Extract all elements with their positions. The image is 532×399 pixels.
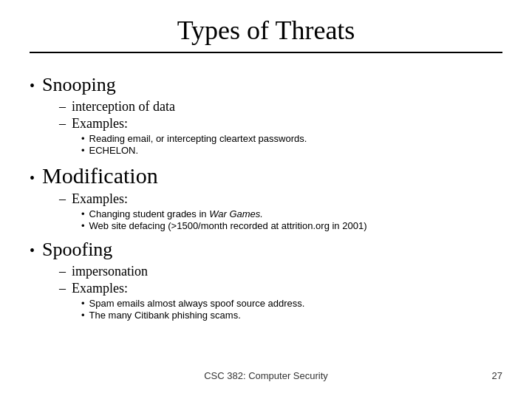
nested-item: • Spam emails almost always spoof source… [81,298,502,309]
nested-item: • Changing student grades in War Games. [81,208,502,219]
bullet-dot: • [30,170,35,187]
spoofing-sub-1-text: impersonation [72,264,148,279]
snooping-nested: • Reading email, or intercepting clearte… [81,133,502,156]
spoofing-nested-1: Spam emails almost always spoof source a… [89,298,305,309]
slide: Types of Threats • Snooping – intercepti… [0,0,532,399]
page-number: 27 [473,370,502,381]
slide-footer: CSC 382: Computer Security 27 [30,364,502,384]
modification-sublist: – Examples: • Changing student grades in… [59,191,502,231]
italic-text: War Games. [209,208,263,219]
modification-label: Modification [42,163,158,188]
modification-nested: • Changing student grades in War Games. … [81,208,502,231]
snooping-sub-2-text: Examples: [72,116,128,132]
bullet-dot: • [30,78,35,95]
nested-item: • ECHELON. [81,145,502,156]
spoofing-nested: • Spam emails almost always spoof source… [81,298,502,321]
snooping-nested-2: ECHELON. [89,145,138,156]
modification-nested-2: Web site defacing (>1500/month recorded … [89,220,367,231]
slide-title: Types of Threats [30,15,502,53]
spoofing-sub-2: – Examples: [59,281,502,296]
snooping-sublist: – interception of data – Examples: • Rea… [59,99,502,156]
spoofing-nested-2: The many Citibank phishing scams. [89,310,241,321]
snooping-sub-1: – interception of data [59,99,502,115]
snooping-sub-2: – Examples: [59,116,502,132]
snooping-sub-1-text: interception of data [72,99,175,115]
spoofing-sub-2-text: Examples: [72,281,128,296]
spoofing-sub-1: – impersonation [59,264,502,279]
bullet-snooping: • Snooping [30,74,502,96]
snooping-label: Snooping [42,74,116,96]
modification-sub-1-text: Examples: [72,191,128,207]
nested-item: • Web site defacing (>1500/month recorde… [81,220,502,231]
nested-item: • Reading email, or intercepting clearte… [81,133,502,144]
bullet-dot: • [30,242,35,259]
bullet-spoofing: • Spoofing [30,239,502,261]
modification-sub-1: – Examples: [59,191,502,207]
spoofing-label: Spoofing [42,239,112,261]
spoofing-sublist: – impersonation – Examples: • Spam email… [59,264,502,321]
footer-text: CSC 382: Computer Security [59,370,473,381]
nested-item: • The many Citibank phishing scams. [81,310,502,321]
modification-nested-1: Changing student grades in War Games. [89,208,263,219]
bullet-modification: • Modification [30,163,502,188]
slide-content: • Snooping – interception of data – Exam… [30,59,502,364]
snooping-nested-1: Reading email, or intercepting cleartext… [89,133,307,144]
